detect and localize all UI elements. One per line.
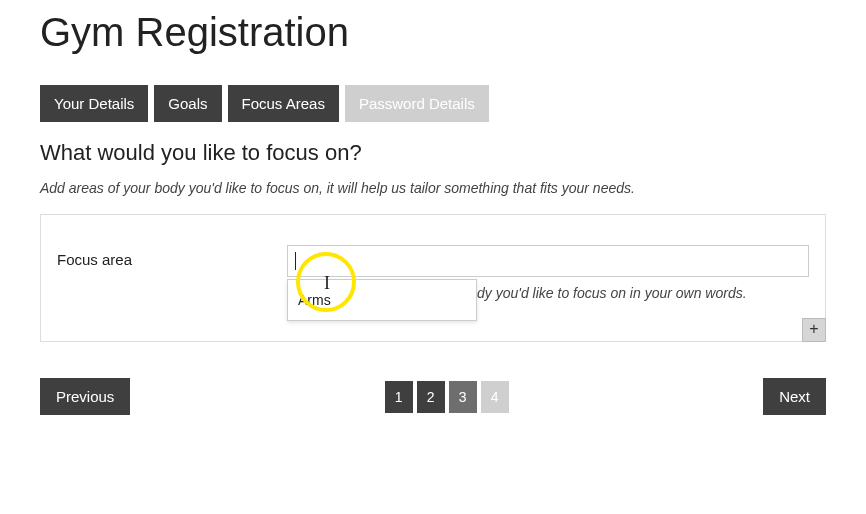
autocomplete-item-arms[interactable]: Arms [288, 280, 476, 320]
pager-4: 4 [481, 381, 509, 413]
pager-2[interactable]: 2 [417, 381, 445, 413]
tab-your-details[interactable]: Your Details [40, 85, 148, 122]
tab-password-details: Password Details [345, 85, 489, 122]
pager-1[interactable]: 1 [385, 381, 413, 413]
next-button[interactable]: Next [763, 378, 826, 415]
pager-3[interactable]: 3 [449, 381, 477, 413]
tab-goals[interactable]: Goals [154, 85, 221, 122]
focus-area-row: Focus area dy you'd like to focus on in … [57, 245, 809, 301]
text-caret [295, 252, 296, 270]
nav-row: Previous 1 2 3 4 Next [40, 378, 826, 415]
page-title: Gym Registration [40, 10, 826, 55]
autocomplete-dropdown: Arms [287, 279, 477, 321]
tab-focus-areas[interactable]: Focus Areas [228, 85, 339, 122]
previous-button[interactable]: Previous [40, 378, 130, 415]
section-description: Add areas of your body you'd like to foc… [40, 180, 826, 196]
focus-area-input[interactable] [287, 245, 809, 277]
focus-area-label: Focus area [57, 245, 287, 268]
add-button[interactable]: + [802, 318, 826, 342]
tab-bar: Your Details Goals Focus Areas Password … [40, 85, 826, 122]
pager: 1 2 3 4 [385, 381, 509, 413]
section-heading: What would you like to focus on? [40, 140, 826, 166]
focus-area-help: dy you'd like to focus on in your own wo… [477, 285, 809, 301]
form-panel: Focus area dy you'd like to focus on in … [40, 214, 826, 342]
focus-area-field: dy you'd like to focus on in your own wo… [287, 245, 809, 301]
